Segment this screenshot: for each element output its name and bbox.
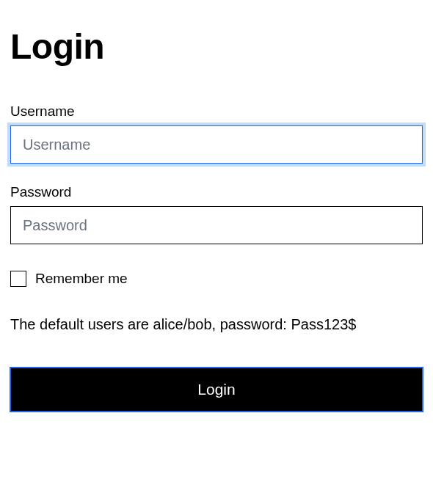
page-title: Login [10,26,423,67]
username-label: Username [10,103,423,120]
remember-row: Remember me [10,271,423,287]
hint-text: The default users are alice/bob, passwor… [10,313,423,335]
username-group: Username [10,103,423,164]
remember-label: Remember me [35,271,128,287]
username-input[interactable] [10,125,423,164]
password-label: Password [10,184,423,200]
password-input[interactable] [10,206,423,244]
login-button[interactable]: Login [10,368,423,412]
remember-checkbox[interactable] [10,271,26,287]
password-group: Password [10,184,423,244]
